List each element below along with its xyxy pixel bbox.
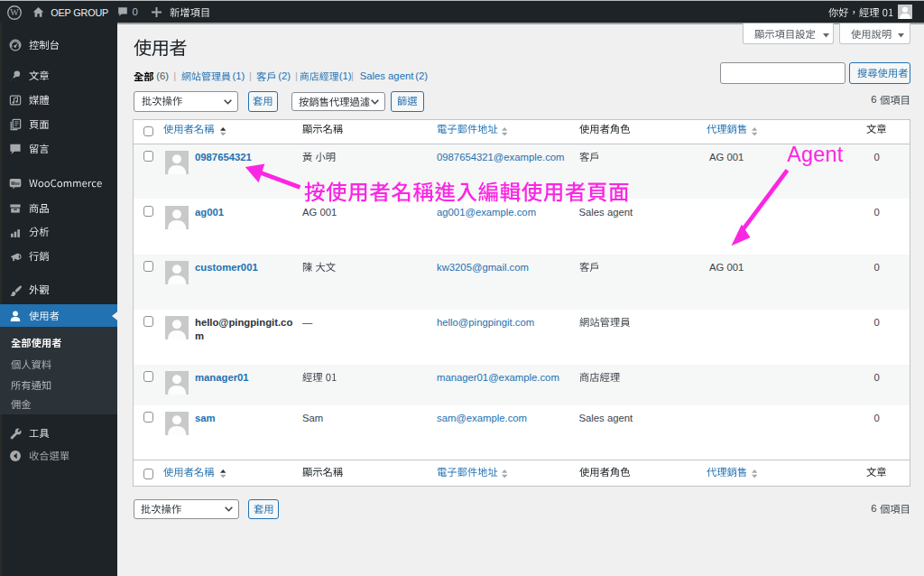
svg-text:Woo: Woo	[11, 181, 20, 186]
svg-text:W: W	[10, 7, 19, 17]
